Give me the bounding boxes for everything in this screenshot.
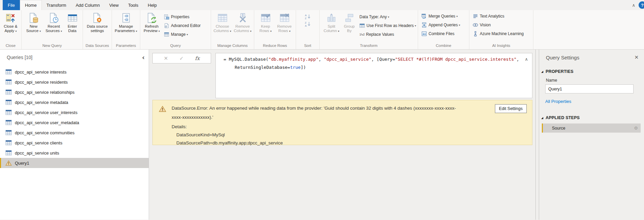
sort-descending-icon[interactable]: Z A: [305, 21, 311, 27]
new-source-button[interactable]: New Source▾: [24, 12, 44, 33]
enter-data-button[interactable]: Enter Data: [64, 12, 81, 33]
svg-text:Z: Z: [305, 17, 306, 20]
combine-files-button[interactable]: Combine Files: [421, 29, 455, 38]
append-queries-button[interactable]: Append Queries ▾: [421, 21, 460, 29]
group-by-button[interactable]: Group By: [341, 12, 357, 33]
tab-add-column[interactable]: Add Column: [71, 0, 105, 10]
query-list-item[interactable]: dpcc_api_service metadata: [0, 97, 149, 107]
query-list-item[interactable]: dpcc_api_service clients: [0, 138, 149, 148]
advanced-editor-button[interactable]: Advanced Editor: [164, 21, 201, 30]
fx-icon[interactable]: fx: [195, 55, 200, 61]
properties-button[interactable]: Properties: [164, 12, 201, 21]
commit-formula-icon[interactable]: ✓: [179, 55, 184, 61]
query-list-item[interactable]: dpcc_api_service residents: [0, 77, 149, 87]
dropdown-icon: ▾: [15, 30, 17, 33]
vision-button[interactable]: Vision: [473, 21, 491, 29]
remove-rows-button[interactable]: Remove Rows▾: [275, 12, 294, 33]
group-label-new-query: New Query: [22, 44, 83, 49]
collapse-queries-pane-icon[interactable]: ‹: [142, 55, 145, 60]
tab-transform[interactable]: Transform: [42, 0, 71, 10]
tab-tools[interactable]: Tools: [123, 0, 143, 10]
sort-ascending-icon[interactable]: A Z: [305, 14, 311, 19]
collapse-properties-icon[interactable]: ◢: [541, 70, 543, 73]
editor-pane: ✕ ✓ fx = MySQL.Database("db.myaffinity.a…: [149, 50, 536, 220]
table-icon: [5, 130, 12, 135]
group-label-sort: Sort: [296, 44, 319, 49]
text-analytics-button[interactable]: Text Analytics: [473, 12, 504, 21]
query-list-item[interactable]: dpcc_api_service interests: [0, 67, 149, 77]
text-analytics-icon: [473, 13, 478, 19]
query-list-item[interactable]: dpcc_api_service relationships: [0, 87, 149, 97]
recent-sources-button[interactable]: Recent Sources▾: [44, 12, 64, 33]
dropdown-icon: ▾: [338, 30, 339, 33]
tab-help[interactable]: Help: [143, 0, 162, 10]
queries-panel: Queries [10] ‹ dpcc_api_service interest…: [0, 50, 149, 220]
properties-header: PROPERTIES: [546, 69, 574, 74]
azure-machine-learning-button[interactable]: Azure Machine Learning: [473, 29, 524, 38]
close-and-apply-button[interactable]: Close & Apply▾: [1, 12, 21, 33]
query-list-item-selected[interactable]: Query1: [0, 158, 149, 168]
group-label-close: Close: [0, 44, 21, 49]
data-type-button[interactable]: Data Type: Any ▾: [359, 12, 416, 21]
choose-columns-button[interactable]: Choose Columns▾: [212, 12, 233, 33]
dropdown-icon: ▾: [250, 30, 252, 33]
remove-rows-icon: [279, 12, 290, 23]
split-column-icon: [326, 12, 337, 23]
use-first-row-as-headers-button[interactable]: Use First Row as Headers ▾: [359, 21, 416, 30]
collapse-ribbon-icon[interactable]: ∧: [632, 3, 635, 8]
query-name-input[interactable]: [545, 84, 634, 93]
formula-bar[interactable]: = MySQL.Database("db.myaffinity.app", "d…: [215, 53, 532, 98]
keep-rows-icon: [260, 12, 271, 23]
query-list-item[interactable]: dpcc_api_service user_interests: [0, 107, 149, 117]
dropdown-icon: ▾: [388, 16, 389, 19]
manage-parameters-button[interactable]: Manage Parameters▾: [113, 12, 139, 33]
pane-gutter: [536, 50, 539, 220]
group-label-ai-insights: AI Insights: [469, 44, 533, 49]
split-column-button[interactable]: Split Column▾: [322, 12, 341, 33]
query-list-item[interactable]: dpcc_api_service user_metadata: [0, 117, 149, 128]
edit-settings-button[interactable]: Edit Settings: [495, 104, 527, 113]
query-list-item[interactable]: dpcc_api_service units: [0, 148, 149, 158]
refresh-preview-button[interactable]: Refresh Preview▾: [142, 12, 162, 33]
cancel-formula-icon[interactable]: ✕: [164, 55, 168, 61]
group-label-query: Query: [140, 44, 211, 49]
help-icon[interactable]: ?: [639, 1, 644, 9]
collapse-formula-bar-icon[interactable]: ∧: [525, 55, 528, 63]
enter-data-icon: [67, 12, 78, 23]
menu-bar: File Home Transform Add Column View Tool…: [0, 0, 644, 10]
recent-sources-icon: [49, 12, 59, 23]
data-source-settings-button[interactable]: Data source settings: [84, 12, 111, 33]
tab-file[interactable]: File: [3, 0, 20, 10]
close-settings-icon[interactable]: ✕: [634, 54, 639, 60]
collapse-applied-steps-icon[interactable]: ◢: [541, 116, 543, 119]
error-detail-path: DataSourcePath=db.myaffinity.app;dpcc_ap…: [172, 139, 460, 147]
table-icon: [5, 89, 12, 95]
dropdown-icon: ▾: [61, 30, 62, 33]
dropdown-icon: ▾: [459, 24, 460, 27]
error-detail-kind: DataSourceKind=MySql: [172, 131, 460, 139]
close-apply-label: Close &: [4, 24, 17, 28]
group-label-manage-columns: Manage Columns: [211, 44, 254, 49]
group-label-transform: Transform: [320, 44, 418, 49]
applied-step-source[interactable]: Source ⚙: [542, 123, 641, 133]
query-settings-title: Query Settings: [546, 55, 579, 60]
remove-columns-button[interactable]: Remove Columns▾: [233, 12, 253, 33]
tab-view[interactable]: View: [105, 0, 123, 10]
step-settings-gear-icon[interactable]: ⚙: [634, 126, 638, 131]
replace-values-button[interactable]: 1↳2 Replace Values: [359, 30, 416, 39]
keep-rows-button[interactable]: Keep Rows▾: [256, 12, 275, 33]
data-source-settings-icon: [92, 12, 103, 23]
formula-line-2: ReturnSingleDatabase=true]): [224, 63, 522, 72]
all-properties-link[interactable]: All Properties: [545, 99, 644, 104]
refresh-preview-icon: [146, 12, 157, 23]
group-label-parameters: Parameters: [112, 44, 140, 49]
dropdown-icon: ▾: [39, 30, 41, 33]
choose-columns-icon: [217, 12, 228, 23]
group-label-reduce-rows: Reduce Rows: [254, 44, 296, 49]
group-label-data-sources: Data Sources: [83, 44, 112, 49]
merge-queries-button[interactable]: Merge Queries ▾: [421, 12, 458, 21]
query-list-item[interactable]: dpcc_api_service communities: [0, 128, 149, 138]
tab-home[interactable]: Home: [20, 0, 42, 10]
replace-values-icon: 1↳2: [359, 33, 364, 36]
manage-button[interactable]: Manage ▾: [164, 30, 201, 39]
